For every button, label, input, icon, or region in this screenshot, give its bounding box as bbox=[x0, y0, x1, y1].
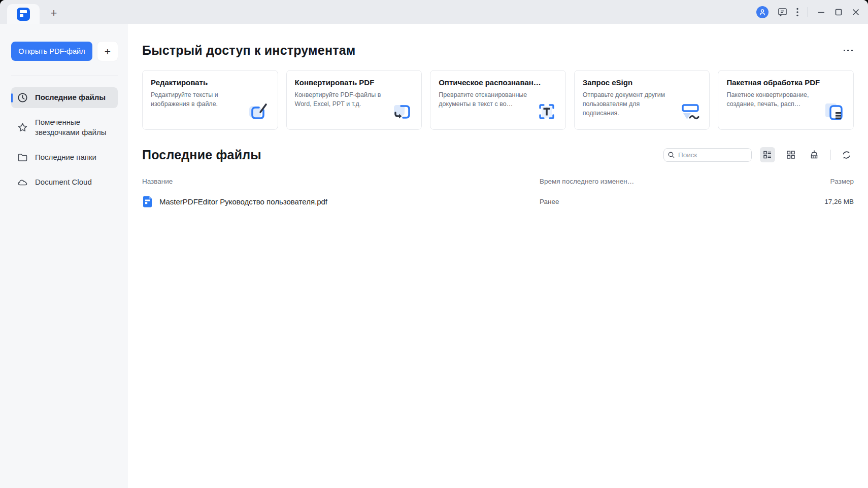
edit-icon bbox=[247, 100, 271, 123]
column-modified[interactable]: Время последнего изменен… bbox=[540, 178, 830, 185]
search-input[interactable] bbox=[678, 151, 747, 159]
cloud-icon bbox=[17, 177, 28, 188]
account-avatar[interactable] bbox=[756, 6, 769, 18]
app-logo-icon bbox=[17, 8, 30, 21]
sidebar-item-document-cloud[interactable]: Document Cloud bbox=[11, 172, 118, 193]
card-ocr[interactable]: Оптическое распознаван… Превратите отска… bbox=[430, 70, 566, 130]
refresh-button[interactable] bbox=[839, 147, 854, 162]
feedback-button[interactable] bbox=[778, 7, 787, 17]
batch-icon bbox=[823, 100, 846, 123]
recent-files-toolbar bbox=[663, 147, 854, 162]
kebab-menu-icon bbox=[796, 8, 798, 17]
card-batch-pdf[interactable]: Пакетная обработка PDF Пакетное конверти… bbox=[718, 70, 854, 130]
sidebar-nav: Последние файлы Помеченные звездочками ф… bbox=[11, 87, 118, 193]
card-title: Конвертировать PDF bbox=[295, 78, 414, 87]
sidebar-item-label: Document Cloud bbox=[35, 177, 92, 187]
minimize-icon bbox=[817, 8, 825, 16]
history-clock-icon bbox=[17, 92, 28, 103]
menu-button[interactable] bbox=[796, 8, 798, 17]
search-box[interactable] bbox=[663, 148, 752, 162]
app-window: + bbox=[0, 0, 868, 488]
minimize-button[interactable] bbox=[817, 8, 825, 16]
esign-icon bbox=[679, 100, 702, 123]
open-pdf-button[interactable]: Открыть PDF-файл bbox=[11, 42, 92, 61]
tab-strip: + bbox=[0, 0, 868, 24]
tab-home[interactable] bbox=[7, 4, 40, 24]
quick-access-cards: Редактировать Редактируйте тексты и изоб… bbox=[142, 70, 854, 130]
sidebar-item-starred-files[interactable]: Помеченные звездочками файлы bbox=[11, 112, 118, 143]
card-title: Редактировать bbox=[151, 78, 270, 87]
card-edit[interactable]: Редактировать Редактируйте тексты и изоб… bbox=[142, 70, 278, 130]
more-options-button[interactable] bbox=[843, 47, 854, 55]
sidebar-item-label: Последние папки bbox=[35, 152, 96, 162]
sidebar-item-label: Последние файлы bbox=[35, 92, 106, 102]
sidebar-item-recent-folders[interactable]: Последние папки bbox=[11, 147, 118, 168]
close-button[interactable] bbox=[852, 8, 860, 16]
card-request-esign[interactable]: Запрос eSign Отправьте документ другим п… bbox=[574, 70, 710, 130]
maximize-icon bbox=[834, 8, 843, 16]
titlebar-controls bbox=[756, 0, 860, 24]
file-size: 17,26 MB bbox=[824, 198, 854, 205]
ocr-icon bbox=[535, 100, 558, 123]
refresh-sync-icon bbox=[842, 150, 851, 160]
file-table-header: Название Время последнего изменен… Разме… bbox=[142, 178, 854, 185]
sidebar: Открыть PDF-файл + Последние файлы bbox=[0, 24, 128, 488]
chat-bubble-icon bbox=[778, 7, 787, 17]
titlebar-divider bbox=[808, 7, 808, 17]
folder-icon bbox=[17, 152, 28, 163]
file-modified: Ранее bbox=[540, 198, 824, 205]
grid-view-icon bbox=[786, 150, 795, 159]
sidebar-item-label: Помеченные звездочками файлы bbox=[35, 117, 112, 138]
card-convert-pdf[interactable]: Конвертировать PDF Конвертируйте PDF-фай… bbox=[286, 70, 422, 130]
pdf-file-icon bbox=[142, 195, 153, 208]
file-row[interactable]: MasterPDFEditor Руководство пользователя… bbox=[142, 190, 854, 213]
grid-view-button[interactable] bbox=[783, 147, 798, 162]
maximize-button[interactable] bbox=[834, 8, 843, 16]
card-title: Пакетная обработка PDF bbox=[726, 78, 845, 87]
convert-icon bbox=[391, 100, 414, 123]
star-icon bbox=[17, 122, 28, 133]
create-pdf-button[interactable]: + bbox=[97, 42, 118, 61]
search-icon bbox=[668, 151, 675, 159]
file-name: MasterPDFEditor Руководство пользователя… bbox=[159, 197, 327, 206]
card-title: Оптическое распознаван… bbox=[439, 78, 557, 87]
column-name[interactable]: Название bbox=[142, 178, 540, 185]
list-view-icon bbox=[763, 150, 772, 159]
sidebar-item-recent-files[interactable]: Последние файлы bbox=[11, 87, 118, 108]
close-icon bbox=[852, 8, 860, 16]
card-title: Запрос eSign bbox=[583, 78, 702, 87]
new-tab-button[interactable]: + bbox=[47, 6, 61, 20]
recent-files-title: Последние файлы bbox=[142, 148, 261, 162]
column-size[interactable]: Размер bbox=[830, 178, 854, 185]
quick-access-title: Быстрый доступ к инструментам bbox=[142, 43, 355, 58]
list-view-button[interactable] bbox=[760, 147, 775, 162]
clear-list-button[interactable] bbox=[807, 147, 822, 162]
main-panel: Быстрый доступ к инструментам Редактиров… bbox=[128, 24, 868, 488]
sidebar-divider bbox=[11, 76, 118, 76]
clean-broom-icon bbox=[809, 150, 819, 160]
toolbar-divider bbox=[830, 150, 830, 160]
person-icon bbox=[759, 9, 766, 16]
